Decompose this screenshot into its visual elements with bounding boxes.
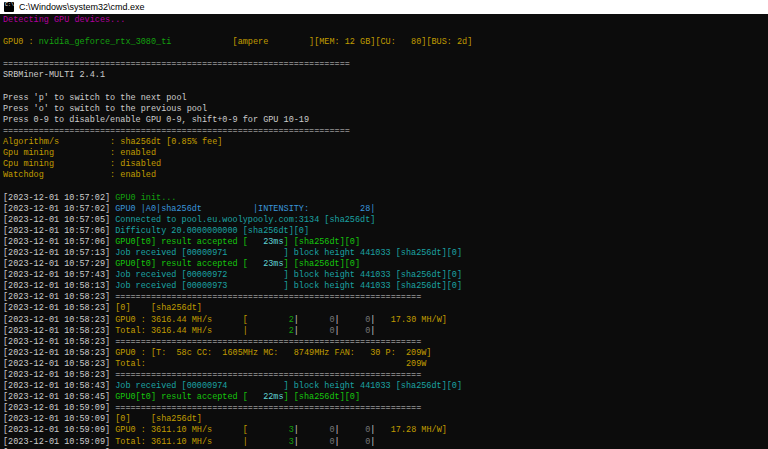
terminal-text-segment: GPU0[t0] result accepted [ bbox=[115, 237, 248, 247]
terminal-text-segment: Press 0-9 to disable/enable GPU 0-9, shi… bbox=[3, 115, 309, 125]
terminal-text-segment: Job received [00000973 ] block height 44… bbox=[115, 281, 462, 291]
terminal-text-segment: GPU0[t0] result accepted [ bbox=[115, 392, 248, 402]
terminal-text-segment: [2023-12-01 10:57:02] bbox=[3, 204, 115, 214]
terminal-text-segment: [2023-12-01 10:58:23] bbox=[3, 370, 115, 380]
terminal-line: [2023-12-01 10:57:13] Job received [0000… bbox=[3, 248, 768, 259]
title-bar[interactable]: C:\Windows\system32\cmd.exe bbox=[0, 0, 768, 14]
terminal-text-segment: ========================================… bbox=[115, 403, 421, 413]
terminal-text-segment: 22ms bbox=[248, 392, 284, 402]
terminal-line: [2023-12-01 10:58:23] Total: 3616.44 MH/… bbox=[3, 326, 768, 337]
terminal-line bbox=[3, 26, 768, 37]
terminal-text-segment: ========================================… bbox=[115, 292, 421, 302]
terminal-text-segment: [2023-12-01 10:58:23] bbox=[3, 359, 115, 369]
terminal-line: Press 'o' to switch to the previous pool bbox=[3, 104, 768, 115]
terminal-text-segment: [2023-12-01 10:57:06] bbox=[3, 237, 115, 247]
terminal-line: [2023-12-01 10:58:45] GPU0[t0] result ac… bbox=[3, 392, 768, 403]
terminal-text-segment: 0 bbox=[340, 315, 371, 325]
terminal-text-segment: [2023-12-01 10:58:23] bbox=[3, 337, 115, 347]
terminal-line: [2023-12-01 10:57:43] Job received [0000… bbox=[3, 270, 768, 281]
terminal-line: Press 'p' to switch to the next pool bbox=[3, 93, 768, 104]
terminal-text-segment: [2023-12-01 10:57:06] bbox=[3, 226, 115, 236]
terminal-text-segment: Total: 209W bbox=[115, 359, 426, 369]
terminal-text-segment: SRBMiner-MULTI 2.4.1 bbox=[3, 70, 105, 80]
terminal-line: [2023-12-01 10:58:23] ==================… bbox=[3, 337, 768, 348]
terminal-text-segment: [2023-12-01 10:57:13] bbox=[3, 248, 115, 258]
terminal-text-segment: GPU0[t0] result accepted [ bbox=[115, 259, 248, 269]
terminal-line: Cpu mining : disabled bbox=[3, 159, 768, 170]
terminal-line: [2023-12-01 10:57:29] GPU0[t0] result ac… bbox=[3, 259, 768, 270]
terminal-line: [2023-12-01 10:57:05] Connected to pool.… bbox=[3, 215, 768, 226]
terminal-text-segment: [2023-12-01 10:58:45] bbox=[3, 392, 115, 402]
terminal-line: ========================================… bbox=[3, 59, 768, 70]
terminal-text-segment: 2 bbox=[248, 315, 294, 325]
terminal-line: ========================================… bbox=[3, 126, 768, 137]
terminal-text-segment: ] [sha256dt][0] bbox=[284, 237, 361, 247]
terminal-text-segment: Job received [00000971 ] block height 44… bbox=[115, 248, 462, 258]
terminal-text-segment: Watchdog : enabled bbox=[3, 170, 156, 180]
terminal-line: [2023-12-01 10:59:09] ==================… bbox=[3, 403, 768, 414]
terminal-line bbox=[3, 48, 768, 59]
terminal-line: Press 0-9 to disable/enable GPU 0-9, shi… bbox=[3, 115, 768, 126]
terminal-text-segment: 17.28 MH/W] bbox=[375, 425, 446, 435]
terminal-line: GPU0 : nvidia_geforce_rtx_3080_ti [amper… bbox=[3, 37, 768, 48]
terminal-text-segment: [2023-12-01 10:59:09] bbox=[3, 414, 115, 424]
terminal-text-segment: Total: 3611.10 MH/s | bbox=[115, 437, 248, 447]
terminal-text-segment: GPU0 init... bbox=[115, 193, 176, 203]
terminal-text-segment: Job received [00000974 ] block height 44… bbox=[115, 381, 462, 391]
terminal-text-segment: [2023-12-01 10:58:23] bbox=[3, 348, 115, 358]
terminal-line: [2023-12-01 10:58:13] Job received [0000… bbox=[3, 281, 768, 292]
terminal-text-segment: 0 bbox=[340, 326, 371, 336]
terminal-line: [2023-12-01 10:58:23] Total: 209W bbox=[3, 359, 768, 370]
terminal-text-segment: nvidia_geforce_rtx_3080_ti bbox=[39, 37, 172, 47]
terminal-text-segment: ========================================… bbox=[115, 370, 421, 380]
cmd-icon bbox=[4, 2, 14, 12]
terminal-text-segment: | bbox=[370, 326, 375, 336]
terminal-line: [2023-12-01 10:58:43] Job received [0000… bbox=[3, 381, 768, 392]
terminal-text-segment: Gpu mining : enabled bbox=[3, 148, 156, 158]
terminal-text-segment: GPU0 : 3611.10 MH/s [ bbox=[115, 425, 248, 435]
terminal-text-segment: [2023-12-01 10:59:09] bbox=[3, 403, 115, 413]
terminal-line: [2023-12-01 10:58:23] [0] [sha256dt] bbox=[3, 303, 768, 314]
window-title: C:\Windows\system32\cmd.exe bbox=[19, 2, 145, 12]
terminal-output[interactable]: Detecting GPU devices... GPU0 : nvidia_g… bbox=[0, 14, 768, 449]
terminal-text-segment: [ampere ][MEM: 12 GB][CU: 80][BUS: 2d] bbox=[171, 37, 472, 47]
terminal-text-segment: Difficulty 20.0000000000 [sha256dt][0] bbox=[115, 226, 309, 236]
terminal-text-segment: [2023-12-01 10:57:43] bbox=[3, 270, 115, 280]
terminal-text-segment: [2023-12-01 10:58:23] bbox=[3, 292, 115, 302]
terminal-text-segment: [2023-12-01 10:58:13] bbox=[3, 281, 115, 291]
terminal-text-segment: 23ms bbox=[248, 259, 284, 269]
terminal-text-segment: ========================================… bbox=[115, 337, 421, 347]
terminal-line: [2023-12-01 10:57:06] GPU0[t0] result ac… bbox=[3, 237, 768, 248]
terminal-text-segment: Total: 3616.44 MH/s | bbox=[115, 326, 248, 336]
terminal-text-segment: Detecting GPU devices... bbox=[3, 15, 125, 25]
terminal-text-segment: [2023-12-01 10:57:02] bbox=[3, 193, 115, 203]
terminal-text-segment: 0 bbox=[340, 437, 371, 447]
terminal-text-segment: Algorithm/s : sha256dt [0.85% fee] bbox=[3, 137, 222, 147]
terminal-text-segment: [2023-12-01 10:57:05] bbox=[3, 215, 115, 225]
terminal-text-segment: ] [sha256dt][0] bbox=[284, 392, 361, 402]
terminal-line: [2023-12-01 10:58:23] GPU0 : 3616.44 MH/… bbox=[3, 315, 768, 326]
terminal-text-segment: [0] [sha256dt] bbox=[115, 303, 202, 313]
terminal-text-segment: 23ms bbox=[248, 237, 284, 247]
terminal-text-segment: 0 bbox=[340, 425, 371, 435]
terminal-text-segment: Cpu mining : disabled bbox=[3, 159, 161, 169]
terminal-line: [2023-12-01 10:58:23] ==================… bbox=[3, 370, 768, 381]
terminal-line: [2023-12-01 10:58:23] ==================… bbox=[3, 292, 768, 303]
terminal-line: [2023-12-01 10:57:02] GPU0 |A0|sha256dt … bbox=[3, 204, 768, 215]
terminal-text-segment: 0 bbox=[299, 315, 335, 325]
terminal-line: [2023-12-01 10:59:09] [0] [sha256dt] bbox=[3, 414, 768, 425]
terminal-text-segment: 17.30 MH/W] bbox=[375, 315, 446, 325]
terminal-text-segment: | bbox=[370, 437, 375, 447]
terminal-line: Watchdog : enabled bbox=[3, 170, 768, 181]
terminal-text-segment: 0 bbox=[299, 437, 335, 447]
terminal-line: [2023-12-01 10:57:02] GPU0 init... bbox=[3, 193, 768, 204]
terminal-text-segment: 0 bbox=[299, 326, 335, 336]
terminal-text-segment: GPU0 |A0|sha256dt |INTENSITY: 28| bbox=[115, 204, 375, 214]
terminal-text-segment: 2 bbox=[248, 326, 294, 336]
terminal-text-segment: [2023-12-01 10:59:09] bbox=[3, 437, 115, 447]
terminal-line: Gpu mining : enabled bbox=[3, 148, 768, 159]
terminal-text-segment: Press 'p' to switch to the next pool bbox=[3, 93, 187, 103]
terminal-text-segment: ] [sha256dt][0] bbox=[284, 259, 361, 269]
terminal-text-segment: Job received [00000972 ] block height 44… bbox=[115, 270, 462, 280]
terminal-text-segment: [2023-12-01 10:59:09] bbox=[3, 425, 115, 435]
